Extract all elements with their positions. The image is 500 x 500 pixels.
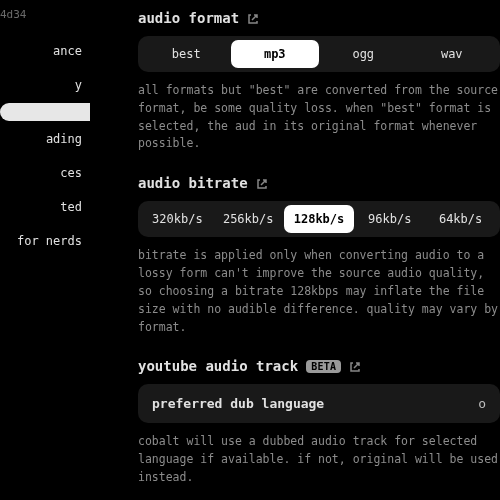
title-text: audio format <box>138 10 239 26</box>
sidebar-item-3[interactable]: ading <box>0 123 90 155</box>
row-label: preferred dub language <box>152 396 324 411</box>
bitrate-64[interactable]: 64kb/s <box>425 205 496 233</box>
youtube-track-desc: cobalt will use a dubbed audio track for… <box>138 433 500 486</box>
bitrate-256[interactable]: 256kb/s <box>213 205 284 233</box>
sidebar-item-5[interactable]: ted <box>0 191 90 223</box>
row-value: o <box>478 396 486 411</box>
section-audio-format: audio format best mp3 ogg wav all format… <box>138 10 500 153</box>
sidebar-item-0[interactable]: ance <box>0 35 90 67</box>
title-text: audio bitrate <box>138 175 248 191</box>
external-link-icon[interactable] <box>247 12 259 24</box>
sidebar: 4d34 ance y ading ces ted for nerds <box>0 0 90 500</box>
audio-bitrate-segmented: 320kb/s 256kb/s 128kb/s 96kb/s 64kb/s <box>138 201 500 237</box>
beta-badge: BETA <box>306 360 341 373</box>
external-link-icon[interactable] <box>256 177 268 189</box>
title-text: youtube audio track <box>138 358 298 374</box>
section-title: audio format <box>138 10 500 26</box>
section-title: audio bitrate <box>138 175 500 191</box>
sidebar-item-4[interactable]: ces <box>0 157 90 189</box>
audio-format-desc: all formats but "best" are converted fro… <box>138 82 500 153</box>
sidebar-item-2[interactable] <box>0 103 90 121</box>
bitrate-96[interactable]: 96kb/s <box>354 205 425 233</box>
format-wav[interactable]: wav <box>408 40 497 68</box>
sidebar-item-1[interactable]: y <box>0 69 90 101</box>
dub-language-row[interactable]: preferred dub language o <box>138 384 500 423</box>
external-link-icon[interactable] <box>349 360 361 372</box>
sidebar-item-6[interactable]: for nerds <box>0 225 90 257</box>
build-hash: 4d34 <box>0 8 90 35</box>
audio-format-segmented: best mp3 ogg wav <box>138 36 500 72</box>
bitrate-320[interactable]: 320kb/s <box>142 205 213 233</box>
section-audio-bitrate: audio bitrate 320kb/s 256kb/s 128kb/s 96… <box>138 175 500 336</box>
format-ogg[interactable]: ogg <box>319 40 408 68</box>
section-title: youtube audio track BETA <box>138 358 500 374</box>
audio-bitrate-desc: bitrate is applied only when converting … <box>138 247 500 336</box>
section-youtube-track: youtube audio track BETA preferred dub l… <box>138 358 500 486</box>
format-mp3[interactable]: mp3 <box>231 40 320 68</box>
main-content: audio format best mp3 ogg wav all format… <box>90 0 500 500</box>
bitrate-128[interactable]: 128kb/s <box>284 205 355 233</box>
format-best[interactable]: best <box>142 40 231 68</box>
